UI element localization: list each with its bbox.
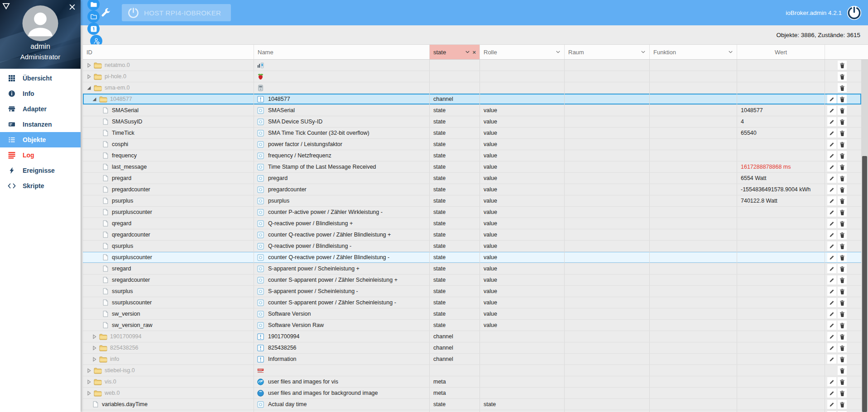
room-filter-select[interactable]: Raum (565, 45, 650, 59)
delete-object-button[interactable] (838, 321, 847, 330)
delete-object-button[interactable] (838, 72, 847, 81)
delete-object-button[interactable] (838, 298, 847, 307)
object-row[interactable]: pi-hole.0 (83, 71, 861, 82)
object-row[interactable]: SMASerialSMASerialstatevalue1048577 (83, 105, 861, 116)
edit-object-button[interactable] (827, 219, 836, 228)
collapse-all-button[interactable] (87, 0, 100, 10)
edit-object-button[interactable] (827, 208, 836, 217)
delete-object-button[interactable] (838, 83, 847, 92)
edit-object-button[interactable] (827, 162, 836, 171)
expand-arrow-icon[interactable] (86, 74, 94, 79)
sidebar-item-ereignisse[interactable]: Ereignisse (0, 163, 81, 178)
expand-arrow-icon[interactable] (92, 334, 99, 339)
delete-object-button[interactable] (838, 162, 847, 171)
delete-object-button[interactable] (838, 219, 847, 228)
collapse-arrow-icon[interactable] (92, 97, 99, 102)
delete-object-button[interactable] (838, 117, 847, 126)
object-row[interactable]: pregardpregardstatevalue6554 Watt (83, 173, 861, 184)
delete-object-button[interactable] (838, 196, 847, 205)
delete-object-button[interactable] (838, 264, 847, 273)
sidebar-item-adapter[interactable]: Adapter (0, 101, 81, 117)
delete-object-button[interactable] (838, 309, 847, 318)
function-filter-select[interactable]: Funktion (650, 45, 737, 59)
delete-object-button[interactable] (838, 366, 847, 375)
delete-object-button[interactable] (838, 355, 847, 364)
object-row[interactable]: variables.isDayTimeIndicationstateindica… (83, 410, 861, 412)
edit-object-button[interactable] (827, 388, 836, 398)
edit-object-button[interactable] (827, 275, 836, 284)
delete-object-button[interactable] (838, 287, 847, 296)
object-row[interactable]: psurpluspsurplusstatevalue740122.8 Watt (83, 195, 861, 207)
object-row[interactable]: 825438256825438256channel (83, 342, 861, 354)
vertical-scrollbar[interactable] (861, 60, 868, 412)
edit-object-button[interactable] (827, 309, 836, 318)
edit-object-button[interactable] (827, 117, 836, 126)
object-row[interactable]: TimeTickSMA Time Tick Counter (32-bit ov… (83, 128, 861, 139)
close-sidebar-button[interactable] (69, 4, 76, 10)
object-row[interactable]: qregardQ-reactive power / Blindleistung … (83, 218, 861, 229)
edit-object-button[interactable] (827, 264, 836, 273)
delete-object-button[interactable] (838, 242, 847, 251)
edit-object-button[interactable] (827, 298, 836, 307)
delete-object-button[interactable] (838, 151, 847, 160)
expand-arrow-icon[interactable] (86, 391, 94, 396)
edit-object-button[interactable] (827, 174, 836, 183)
edit-object-button[interactable] (827, 106, 836, 115)
object-row[interactable]: sw_version_rawSoftware Version Rawstatev… (83, 320, 861, 331)
edit-object-button[interactable] (827, 128, 836, 137)
object-row[interactable]: netatmo.0 (83, 60, 861, 71)
edit-object-button[interactable] (827, 185, 836, 194)
expand-arrow-icon[interactable] (86, 368, 94, 373)
object-row[interactable]: ssurplusS-apparent power / Scheinleistun… (83, 286, 861, 297)
delete-object-button[interactable] (838, 253, 847, 262)
object-row[interactable]: qregardcountercounter Q-reactive power /… (83, 229, 861, 241)
sidebar-item-objekte[interactable]: Objekte (0, 132, 81, 147)
delete-object-button[interactable] (838, 208, 847, 217)
sidebar-item-instanzen[interactable]: Instanzen (0, 117, 81, 132)
object-row[interactable]: web.0user files and images for backgroun… (83, 388, 861, 399)
expand-arrow-icon[interactable] (92, 346, 99, 350)
sidebar-item-info[interactable]: Info (0, 86, 81, 101)
object-row[interactable]: sw_versionSoftware Versionstatevalue (83, 308, 861, 320)
edit-object-button[interactable] (827, 140, 836, 149)
edit-object-button[interactable] (827, 343, 836, 352)
delete-object-button[interactable] (838, 61, 847, 70)
expand-arrow-icon[interactable] (92, 357, 99, 362)
edit-object-button[interactable] (827, 151, 836, 160)
delete-object-button[interactable] (838, 388, 847, 398)
collapse-arrow-icon[interactable] (86, 85, 94, 90)
delete-object-button[interactable] (838, 343, 847, 352)
edit-object-button[interactable] (827, 355, 836, 364)
scrollbar-thumb[interactable] (862, 156, 867, 412)
sidebar-item-log[interactable]: Log (0, 147, 81, 163)
edit-object-button[interactable] (827, 332, 836, 341)
object-row[interactable]: stiebel-isg.0 (83, 365, 861, 376)
delete-object-button[interactable] (838, 140, 847, 149)
sidebar-item-skripte[interactable]: Skripte (0, 178, 81, 194)
object-row[interactable]: SMASusyIDSMA Device SUSy-IDstatevalue4 (83, 116, 861, 128)
edit-object-button[interactable] (827, 377, 836, 386)
edit-object-button[interactable] (827, 287, 836, 296)
object-row[interactable]: cosphipower factor / Leistungsfaktorstat… (83, 139, 861, 150)
object-row[interactable]: 10485771048577channel (83, 94, 861, 105)
delete-object-button[interactable] (838, 332, 847, 341)
delete-object-button[interactable] (838, 174, 847, 183)
edit-object-button[interactable] (827, 253, 836, 262)
type-filter-select[interactable]: state × (430, 45, 480, 59)
edit-object-button[interactable] (827, 95, 836, 104)
delete-object-button[interactable] (838, 400, 847, 409)
object-row[interactable]: pregardcounterpregardcounterstatevalue-1… (83, 184, 861, 195)
object-row[interactable]: vis.0user files and images for vismeta (83, 376, 861, 388)
delete-object-button[interactable] (838, 275, 847, 284)
expand-level-1-button[interactable] (87, 23, 100, 35)
expand-arrow-icon[interactable] (86, 379, 94, 384)
object-row[interactable]: sregardS-apparent power / Scheinleistung… (83, 263, 861, 275)
delete-object-button[interactable] (838, 230, 847, 239)
clear-type-filter-button[interactable]: × (471, 49, 476, 56)
object-row[interactable]: infoInformationchannel (83, 354, 861, 365)
object-row[interactable]: last_messageTime Stamp of the Last Messa… (83, 161, 861, 173)
object-row[interactable]: ssurpluscountercounter S-apparent power … (83, 297, 861, 308)
object-row[interactable]: 19017009941901700994channel (83, 331, 861, 342)
edit-object-button[interactable] (827, 321, 836, 330)
edit-object-button[interactable] (827, 230, 836, 239)
